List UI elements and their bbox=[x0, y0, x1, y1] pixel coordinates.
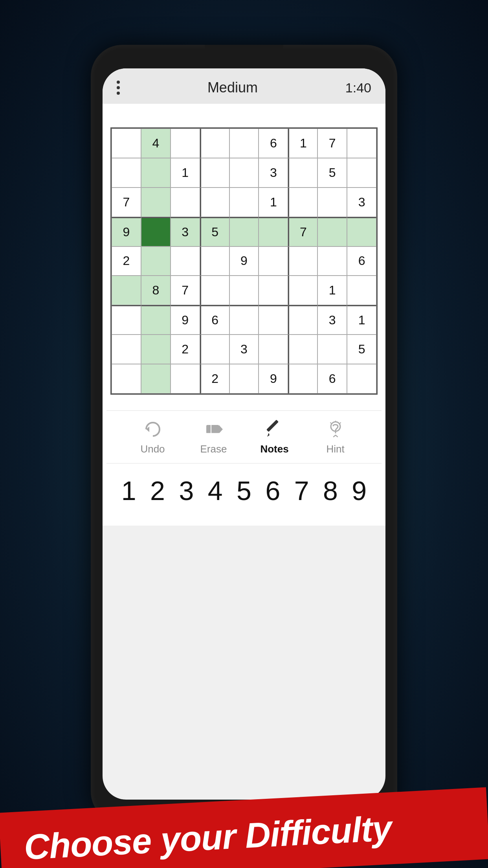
cell[interactable] bbox=[141, 335, 171, 364]
cell[interactable] bbox=[288, 335, 317, 364]
cell[interactable] bbox=[171, 364, 200, 394]
cell[interactable]: 3 bbox=[229, 335, 259, 364]
number-7-button[interactable]: 7 bbox=[288, 475, 316, 506]
cell[interactable]: 1 bbox=[288, 129, 317, 158]
cell[interactable]: 5 bbox=[347, 335, 376, 364]
hint-button[interactable]: Hint bbox=[312, 419, 359, 455]
cell[interactable] bbox=[288, 158, 317, 188]
cell[interactable]: 2 bbox=[171, 335, 200, 364]
cell[interactable] bbox=[347, 364, 376, 394]
menu-button[interactable] bbox=[117, 81, 120, 95]
cell[interactable]: 9 bbox=[259, 364, 288, 394]
cell[interactable] bbox=[200, 246, 229, 276]
cell[interactable] bbox=[200, 188, 229, 217]
cell[interactable] bbox=[317, 335, 347, 364]
cell[interactable]: 6 bbox=[200, 305, 229, 335]
cell[interactable] bbox=[112, 276, 141, 305]
number-5-button[interactable]: 5 bbox=[230, 475, 258, 506]
cell[interactable] bbox=[317, 217, 347, 246]
cell[interactable]: 6 bbox=[347, 246, 376, 276]
controls-area: Undo Erase bbox=[103, 403, 385, 526]
cell[interactable] bbox=[229, 276, 259, 305]
cell[interactable]: 3 bbox=[171, 217, 200, 246]
cell[interactable]: 9 bbox=[112, 217, 141, 246]
cell[interactable] bbox=[347, 276, 376, 305]
cell[interactable] bbox=[288, 188, 317, 217]
cell[interactable] bbox=[288, 246, 317, 276]
cell[interactable] bbox=[171, 129, 200, 158]
cell[interactable]: 1 bbox=[171, 158, 200, 188]
cell[interactable] bbox=[112, 364, 141, 394]
phone-notch bbox=[205, 45, 283, 52]
cell[interactable] bbox=[141, 246, 171, 276]
notes-button[interactable]: Notes bbox=[251, 419, 298, 455]
cell[interactable]: 7 bbox=[317, 129, 347, 158]
cell[interactable]: 3 bbox=[347, 188, 376, 217]
cell[interactable] bbox=[229, 217, 259, 246]
cell[interactable] bbox=[229, 305, 259, 335]
cell[interactable]: 9 bbox=[171, 305, 200, 335]
cell[interactable]: 7 bbox=[288, 217, 317, 246]
cell[interactable] bbox=[200, 276, 229, 305]
cell[interactable] bbox=[259, 335, 288, 364]
cell[interactable]: 1 bbox=[347, 305, 376, 335]
cell[interactable]: 8 bbox=[141, 276, 171, 305]
cell[interactable] bbox=[259, 276, 288, 305]
number-1-button[interactable]: 1 bbox=[115, 475, 143, 506]
cell[interactable] bbox=[288, 276, 317, 305]
cell[interactable]: 9 bbox=[229, 246, 259, 276]
number-2-button[interactable]: 2 bbox=[144, 475, 171, 506]
cell[interactable] bbox=[347, 129, 376, 158]
cell[interactable] bbox=[288, 364, 317, 394]
cell[interactable] bbox=[317, 188, 347, 217]
cell[interactable]: 6 bbox=[317, 364, 347, 394]
cell[interactable] bbox=[171, 188, 200, 217]
erase-button[interactable]: Erase bbox=[190, 419, 237, 455]
cell[interactable] bbox=[200, 129, 229, 158]
number-6-button[interactable]: 6 bbox=[259, 475, 286, 506]
number-4-button[interactable]: 4 bbox=[202, 475, 229, 506]
cell[interactable] bbox=[141, 158, 171, 188]
cell[interactable] bbox=[112, 305, 141, 335]
cell[interactable]: 1 bbox=[259, 188, 288, 217]
cell[interactable] bbox=[229, 188, 259, 217]
number-9-button[interactable]: 9 bbox=[345, 475, 373, 506]
cell[interactable]: 3 bbox=[317, 305, 347, 335]
cell[interactable]: 3 bbox=[259, 158, 288, 188]
cell[interactable] bbox=[229, 158, 259, 188]
cell[interactable] bbox=[200, 335, 229, 364]
cell[interactable] bbox=[229, 129, 259, 158]
number-3-button[interactable]: 3 bbox=[172, 475, 200, 506]
cell[interactable] bbox=[259, 305, 288, 335]
cell[interactable] bbox=[171, 246, 200, 276]
cell[interactable]: 2 bbox=[200, 364, 229, 394]
cell[interactable] bbox=[112, 129, 141, 158]
cell[interactable]: 7 bbox=[171, 276, 200, 305]
cell[interactable] bbox=[141, 188, 171, 217]
cell[interactable] bbox=[347, 158, 376, 188]
cell[interactable] bbox=[141, 305, 171, 335]
cell[interactable]: 6 bbox=[259, 129, 288, 158]
cell[interactable] bbox=[259, 246, 288, 276]
cell[interactable] bbox=[112, 158, 141, 188]
cell[interactable] bbox=[288, 305, 317, 335]
cell[interactable] bbox=[347, 217, 376, 246]
cell[interactable]: 5 bbox=[317, 158, 347, 188]
cell[interactable] bbox=[317, 246, 347, 276]
cell[interactable]: 4 bbox=[141, 129, 171, 158]
cell[interactable]: 7 bbox=[112, 188, 141, 217]
cell[interactable]: 5 bbox=[200, 217, 229, 246]
cell[interactable]: 2 bbox=[112, 246, 141, 276]
number-8-button[interactable]: 8 bbox=[317, 475, 344, 506]
cell[interactable] bbox=[200, 158, 229, 188]
cell[interactable] bbox=[229, 364, 259, 394]
undo-button[interactable]: Undo bbox=[129, 419, 176, 455]
cell[interactable]: 1 bbox=[317, 276, 347, 305]
erase-label: Erase bbox=[200, 443, 227, 455]
cell[interactable] bbox=[112, 335, 141, 364]
svg-rect-1 bbox=[206, 425, 219, 434]
cell[interactable] bbox=[141, 217, 171, 246]
cell[interactable] bbox=[259, 217, 288, 246]
svg-line-13 bbox=[336, 435, 338, 437]
cell[interactable] bbox=[141, 364, 171, 394]
